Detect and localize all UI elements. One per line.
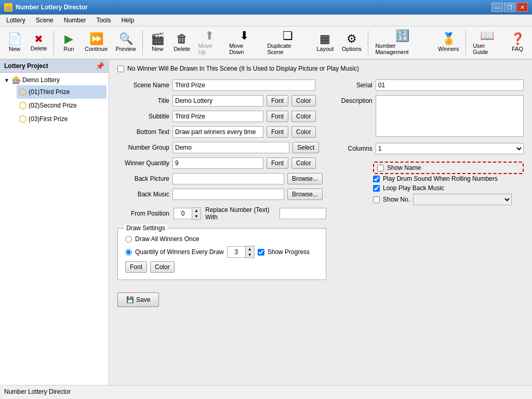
tree-child-2-label: (02)Second Prize bbox=[29, 102, 77, 109]
description-row: Description bbox=[337, 95, 524, 137]
loop-play-checkbox[interactable] bbox=[373, 185, 380, 192]
show-no-dropdown[interactable] bbox=[413, 194, 512, 205]
qty-every-draw-radio[interactable] bbox=[125, 249, 132, 256]
layout-icon: ▦ bbox=[320, 33, 330, 45]
tb-user-guide-label: User Guide bbox=[473, 43, 501, 55]
qty-spinner-down[interactable]: ▼ bbox=[246, 252, 254, 258]
title-color-button[interactable]: Color bbox=[291, 95, 316, 107]
save-button[interactable]: 💾 Save bbox=[117, 292, 159, 307]
bottom-text-color-button[interactable]: Color bbox=[291, 126, 316, 138]
columns-select[interactable]: 1 2 3 bbox=[376, 143, 524, 154]
save-icon: 💾 bbox=[126, 296, 134, 303]
tree-child-3[interactable]: ⬡ (03)First Prize bbox=[17, 112, 107, 126]
show-name-checkbox[interactable] bbox=[377, 165, 384, 171]
tb-continue-label: Continue bbox=[85, 46, 108, 52]
winner-qty-color-button[interactable]: Color bbox=[291, 157, 316, 169]
subtitle-font-button[interactable]: Font bbox=[267, 111, 288, 122]
tb-preview[interactable]: 🔍 Preview bbox=[112, 28, 140, 57]
back-music-browse-button[interactable]: Browse... bbox=[287, 189, 323, 200]
tb-number-mgmt-label: Number Management bbox=[375, 43, 430, 55]
show-name-row: Show Name bbox=[373, 162, 524, 174]
from-position-down-button[interactable]: ▼ bbox=[192, 214, 201, 219]
save-label: Save bbox=[136, 296, 150, 303]
bottom-text-row: Bottom Text Font Color bbox=[117, 126, 326, 138]
menu-scene[interactable]: Scene bbox=[32, 16, 58, 25]
back-picture-input[interactable] bbox=[172, 173, 284, 184]
show-no-label: Show No. bbox=[383, 196, 410, 203]
from-position-input[interactable] bbox=[174, 208, 192, 219]
from-position-spinner-btns: ▲ ▼ bbox=[192, 207, 201, 220]
draw-all-once-radio[interactable] bbox=[125, 236, 132, 243]
tb-layout[interactable]: ▦ Layout bbox=[313, 28, 337, 57]
subtitle-color-button[interactable]: Color bbox=[291, 111, 316, 122]
move-up-icon: ⬆ bbox=[205, 30, 214, 42]
show-no-checkbox[interactable] bbox=[373, 196, 380, 203]
restore-button[interactable]: ❐ bbox=[504, 3, 515, 12]
qty-spinner-up[interactable]: ▲ bbox=[246, 246, 254, 252]
replace-input[interactable] bbox=[280, 208, 326, 219]
from-position-up-button[interactable]: ▲ bbox=[192, 208, 201, 214]
tb-run[interactable]: ▶ Run bbox=[57, 28, 80, 57]
show-progress-checkbox[interactable] bbox=[258, 249, 264, 256]
bottom-text-label: Bottom Text bbox=[117, 128, 169, 136]
scene-name-input[interactable] bbox=[172, 79, 315, 91]
loop-play-label: Loop Play Back Music bbox=[383, 184, 444, 192]
title-font-button[interactable]: Font bbox=[267, 95, 288, 107]
number-group-row: Number Group Select bbox=[117, 142, 326, 153]
tb-move-down[interactable]: ⬇ Move Down bbox=[225, 28, 262, 57]
close-button[interactable]: ✕ bbox=[516, 3, 528, 12]
from-position-label: From Position bbox=[117, 210, 169, 217]
no-winner-checkbox[interactable] bbox=[117, 65, 124, 72]
tb-options[interactable]: ⚙ Options bbox=[338, 28, 365, 57]
draw-settings-box: Draw Settings Draw All Winners Once Quan… bbox=[117, 228, 326, 280]
toolbar-sep-3 bbox=[368, 30, 368, 55]
back-music-label: Back Music bbox=[117, 191, 169, 198]
from-position-spinner: ▲ ▼ bbox=[174, 207, 201, 220]
select-button[interactable]: Select bbox=[292, 142, 319, 153]
play-drum-checkbox[interactable] bbox=[373, 176, 380, 182]
tb-continue[interactable]: ⏩ Continue bbox=[81, 28, 111, 57]
form-left: Scene Name Title Font Color Subtitle Fon… bbox=[117, 79, 326, 307]
menu-bar: Lottery Scene Number Tools Help bbox=[0, 15, 532, 26]
from-position-row: From Position ▲ ▼ Replace Number (Text) … bbox=[117, 206, 326, 221]
subtitle-input[interactable] bbox=[172, 111, 263, 122]
tb-winners[interactable]: 🏅 Winners bbox=[434, 28, 462, 57]
description-textarea[interactable] bbox=[376, 95, 524, 137]
serial-input[interactable] bbox=[376, 79, 524, 91]
bottom-text-input[interactable] bbox=[172, 126, 263, 138]
tb-move-up[interactable]: ⬆ Move Up bbox=[195, 28, 224, 57]
options-icon: ⚙ bbox=[347, 33, 357, 45]
draw-all-once-label: Draw All Winners Once bbox=[135, 235, 199, 243]
back-music-input[interactable] bbox=[172, 189, 284, 200]
menu-tools[interactable]: Tools bbox=[92, 16, 115, 25]
qty-spinner-input[interactable] bbox=[227, 246, 245, 258]
tb-duplicate[interactable]: ❏ Duplicate Scene bbox=[263, 28, 312, 57]
tb-number-mgmt[interactable]: 🔢 Number Management bbox=[371, 28, 433, 57]
tree-child-1[interactable]: ⬡ (01)Third Prize bbox=[17, 85, 107, 99]
title-input[interactable] bbox=[172, 95, 263, 107]
menu-number[interactable]: Number bbox=[60, 16, 90, 25]
tree-root[interactable]: ▼ 🎰 Demo Lottery bbox=[2, 75, 107, 85]
tree-child-2[interactable]: ⬡ (02)Second Prize bbox=[17, 99, 107, 112]
number-group-input[interactable] bbox=[172, 142, 289, 153]
back-picture-browse-button[interactable]: Browse... bbox=[287, 173, 323, 184]
menu-help[interactable]: Help bbox=[117, 16, 138, 25]
tb-new-lottery[interactable]: 📄 New bbox=[3, 28, 26, 57]
title-bar: 🎰 Number Lottery Director — ❐ ✕ bbox=[0, 0, 532, 15]
tb-user-guide[interactable]: 📖 User Guide bbox=[469, 28, 505, 57]
winner-qty-font-button[interactable]: Font bbox=[267, 157, 288, 169]
show-progress-font-button[interactable]: Font bbox=[125, 261, 147, 273]
bottom-text-font-button[interactable]: Font bbox=[267, 126, 288, 138]
tree-root-label: Demo Lottery bbox=[22, 76, 60, 84]
tb-preview-label: Preview bbox=[116, 46, 136, 52]
show-progress-color-button[interactable]: Color bbox=[150, 261, 175, 273]
menu-lottery[interactable]: Lottery bbox=[2, 16, 30, 25]
pin-icon[interactable]: 📌 bbox=[96, 62, 104, 70]
tb-delete-lottery[interactable]: ✖ Delete bbox=[27, 28, 50, 57]
minimize-button[interactable]: — bbox=[491, 3, 503, 12]
tb-delete-scene[interactable]: 🗑 Delete bbox=[170, 28, 193, 57]
tb-faq[interactable]: ❓ FAQ bbox=[506, 28, 529, 57]
winner-qty-input[interactable] bbox=[172, 157, 263, 169]
tb-new-scene[interactable]: 🎬 New bbox=[146, 28, 169, 57]
move-down-icon: ⬇ bbox=[240, 30, 249, 42]
